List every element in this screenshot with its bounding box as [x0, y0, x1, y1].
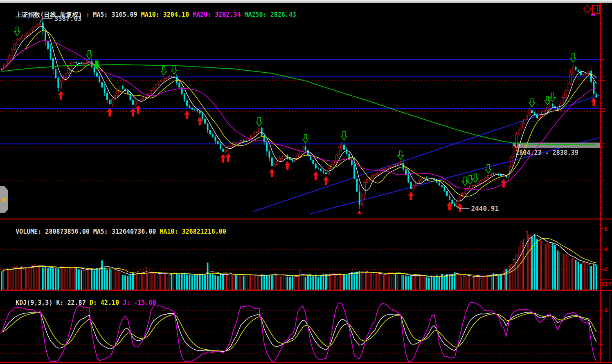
gap-zone-label: 2804.23 - 2838.39 [515, 149, 578, 156]
buy-arrow-icon [225, 153, 231, 162]
sell-arrow-icon [256, 118, 262, 126]
kdj-axis-label: 1 [604, 307, 608, 313]
volume-unit-label: X17 [601, 281, 612, 288]
symbol-label: 上证指数(日线.前复权) [16, 11, 82, 18]
sell-arrow-icon [303, 134, 308, 143]
sell-arrow-icon [161, 67, 166, 75]
kdj-j-value: J: -15.60 [123, 299, 156, 306]
ma5-value: MA5: 3165.09 [93, 11, 137, 18]
buy-arrow-icon [220, 154, 226, 163]
up-arrow-icon: ↑ [86, 11, 89, 18]
ma10-value: MA10: 3204.10 [141, 11, 189, 18]
restore-window-icon-divider [597, 6, 598, 13]
buy-arrow-icon [107, 108, 112, 116]
sell-arrow-icon [570, 54, 576, 62]
buy-arrow-icon [313, 172, 319, 180]
magenta-marker [591, 14, 595, 16]
sell-arrow-icon [86, 50, 92, 59]
sidebar-expand-tab[interactable] [0, 186, 8, 213]
volume-ma5-value: MA5: 312640736.00 [93, 228, 156, 235]
sell-arrow-icon [485, 165, 491, 173]
kdj-d-value: D: 42.10 [90, 299, 119, 306]
buy-arrow-icon [285, 161, 290, 170]
sell-arrow-icon [529, 98, 535, 107]
buy-small-arrow-icon [358, 210, 362, 214]
buy-arrow-icon [184, 111, 190, 119]
volume-value: VOLUME: 280873856.00 [16, 228, 90, 235]
buy-arrow-icon [130, 108, 136, 117]
restore-window-icon[interactable] [592, 5, 600, 14]
sell-arrow-icon [462, 177, 468, 185]
ma20-value: MA20: 3202.34 [193, 11, 241, 18]
volume-axis-label-2: 2 [604, 266, 608, 272]
ma250-value: MA250: 2826.43 [244, 11, 296, 18]
stock-chart-window: 2804.23 - 2838.393587.032440.91 上证指数(日线.… [0, 0, 612, 364]
kdj-panel-title: KDJ(9,3,3)K: 22.87D: 42.10J: -15.60 [1, 292, 160, 314]
sell-arrow-icon [473, 174, 478, 182]
kdj-name: KDJ(9,3,3) [16, 299, 52, 306]
signal-arrows [14, 27, 597, 214]
sell-arrow-icon [467, 175, 473, 184]
kdj-k-value: K: 22.87 [56, 299, 86, 306]
volume-ma10-value: MA10: 326821216.00 [160, 228, 226, 235]
sell-arrow-icon [14, 27, 20, 36]
low-price-label: 2440.91 [471, 205, 499, 212]
buy-arrow-icon [501, 179, 506, 188]
sell-arrow-icon [341, 132, 347, 140]
volume-panel-title: VOLUME: 280873856.00MA5: 312640736.00MA1… [1, 221, 230, 243]
buy-arrow-icon [591, 98, 596, 106]
expand-arrow-icon [2, 197, 6, 203]
buy-arrow-icon [135, 105, 141, 114]
sell-arrow-icon [550, 93, 556, 102]
sell-arrow-icon [398, 151, 403, 159]
candles-layer [1, 19, 597, 209]
buy-arrow-icon [58, 91, 64, 100]
volume-axis-label-6: 6 [604, 226, 608, 232]
sell-arrow-icon [171, 65, 177, 74]
main-panel-title: 上证指数(日线.前复权)↑MA5: 3165.09MA10: 3204.10MA… [1, 4, 300, 26]
buy-arrow-icon [408, 192, 414, 200]
axis-ticks [601, 24, 605, 353]
buy-arrow-icon [269, 169, 275, 177]
volume-axis-label-4: 4 [604, 246, 608, 252]
ma-lines [2, 26, 596, 201]
